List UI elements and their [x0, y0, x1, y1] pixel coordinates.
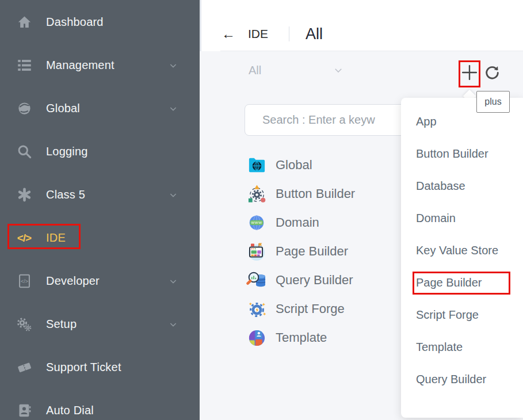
svg-text:</>: </>: [20, 278, 28, 284]
menu-item-button-builder[interactable]: Button Builder: [401, 138, 523, 170]
ticket-icon: [16, 360, 33, 376]
header-rule: [220, 51, 523, 51]
gears-icon: [16, 316, 33, 333]
sidebar-item-global[interactable]: Global: [0, 87, 200, 130]
menu-item-database[interactable]: Database: [401, 170, 523, 202]
chevron-down-icon: [169, 320, 178, 329]
code-icon: </>: [16, 230, 33, 246]
sidebar-item-label: Dashboard: [46, 16, 104, 29]
list-item-script-forge[interactable]: Script Forge: [246, 295, 407, 323]
list-item-label: Query Builder: [276, 273, 353, 288]
script-forge-icon: [246, 299, 267, 319]
chevron-down-icon: [333, 65, 343, 75]
list-item-label: Template: [276, 330, 327, 345]
globe-icon: [16, 101, 33, 117]
sidebar-item-ide[interactable]: </> IDE: [0, 216, 200, 259]
back-button[interactable]: ←: [222, 27, 235, 41]
ide-object-list: Global Button Builder WWW Domain Page Bu…: [246, 151, 407, 352]
list-item-global[interactable]: Global: [246, 151, 407, 180]
refresh-icon: [484, 64, 501, 83]
list-item-query-builder[interactable]: Query Builder: [246, 266, 407, 295]
sidebar-item-class5[interactable]: Class 5: [0, 173, 200, 216]
chevron-down-icon: [169, 61, 178, 70]
sidebar-item-label: Auto Dial: [46, 404, 94, 417]
sidebar-item-dashboard[interactable]: Dashboard: [0, 1, 200, 44]
list-item-label: Global: [276, 158, 312, 173]
sidebar-item-label: IDE: [46, 231, 66, 245]
sidebar-item-label: Global: [46, 102, 80, 115]
sidebar-item-setup[interactable]: Setup: [0, 303, 200, 346]
chevron-down-icon: [169, 190, 178, 200]
asterisk-icon: [16, 187, 33, 203]
chevron-down-icon: [169, 277, 178, 286]
template-icon: [246, 327, 267, 348]
contact-book-icon: [16, 403, 33, 419]
sidebar-item-logging[interactable]: Logging: [0, 130, 200, 173]
list-icon: [16, 58, 33, 74]
query-builder-icon: [246, 270, 267, 291]
page-builder-icon: [246, 241, 267, 262]
search-input[interactable]: [245, 104, 413, 136]
sidebar-item-label: Setup: [46, 318, 77, 331]
menu-item-domain[interactable]: Domain: [401, 202, 523, 234]
refresh-button[interactable]: [483, 64, 501, 83]
search-icon: [16, 144, 33, 160]
list-item-page-builder[interactable]: Page Builder: [246, 237, 407, 266]
svg-text:WWW: WWW: [251, 221, 262, 224]
chevron-down-icon: [169, 104, 178, 113]
sidebar-item-label: Management: [46, 59, 114, 72]
header-divider: [289, 26, 289, 41]
list-item-domain[interactable]: WWW Domain: [246, 208, 407, 237]
tooltip-text: plus: [484, 97, 501, 107]
list-item-label: Domain: [276, 215, 319, 230]
button-builder-icon: [246, 184, 267, 204]
home-icon: [16, 14, 33, 30]
sidebar-item-label: Developer: [46, 274, 100, 288]
type-filter-select[interactable]: All: [240, 58, 343, 83]
menu-item-template[interactable]: Template: [401, 331, 523, 363]
list-item-label: Button Builder: [276, 186, 355, 201]
sidebar: Dashboard Management Global Logging Clas…: [0, 0, 200, 420]
list-item-label: Script Forge: [276, 301, 345, 316]
plus-tooltip: plus: [476, 91, 510, 113]
breadcrumb: ← IDE All: [222, 17, 323, 51]
menu-item-script-forge[interactable]: Script Forge: [401, 299, 523, 331]
sidebar-item-support-ticket[interactable]: Support Ticket: [0, 346, 200, 389]
main-content: ← IDE All All Global: [200, 0, 523, 420]
filter-selected-value: All: [249, 64, 261, 77]
menu-item-page-builder[interactable]: Page Builder: [401, 266, 523, 299]
sidebar-item-label: Support Ticket: [46, 361, 121, 374]
sidebar-item-developer[interactable]: </> Developer: [0, 259, 200, 303]
code-file-icon: </>: [16, 273, 33, 289]
create-menu: App Button Builder Database Domain Key V…: [401, 98, 523, 418]
sidebar-item-label: Logging: [46, 145, 88, 158]
domain-icon: WWW: [246, 212, 267, 233]
sidebar-item-label: Class 5: [46, 188, 85, 201]
sidebar-item-auto-dial[interactable]: Auto Dial: [0, 389, 200, 420]
menu-item-key-value-store[interactable]: Key Value Store: [401, 234, 523, 266]
list-item-button-builder[interactable]: Button Builder: [246, 180, 407, 208]
breadcrumb-module[interactable]: IDE: [248, 27, 268, 41]
list-item-label: Page Builder: [276, 244, 348, 259]
list-item-template[interactable]: Template: [246, 323, 407, 352]
plus-icon: [461, 64, 478, 83]
add-button[interactable]: [460, 62, 479, 86]
global-folder-icon: [246, 155, 267, 175]
sidebar-item-management[interactable]: Management: [0, 44, 200, 87]
menu-item-query-builder[interactable]: Query Builder: [401, 363, 523, 395]
page-title: All: [306, 25, 323, 43]
